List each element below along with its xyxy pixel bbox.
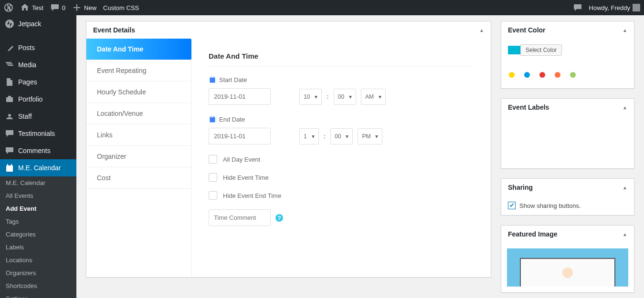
calendar-icon	[209, 115, 216, 123]
site-name[interactable]: Test	[20, 3, 43, 12]
tab-content: Date And Time Start Date 10▾ : 00▾	[191, 39, 491, 277]
end-ampm-select[interactable]: PM▾	[358, 128, 382, 144]
tab-repeat[interactable]: Event Repeating	[86, 60, 191, 82]
hideend-label: Hide Event End Time	[223, 192, 281, 199]
collapse-icon[interactable]: ▲	[479, 28, 484, 33]
event-details-header[interactable]: Event Details ▲	[86, 21, 491, 39]
avatar	[633, 4, 640, 11]
event-labels-box: Event Labels ▲	[501, 98, 634, 169]
submenu-allevents[interactable]: All Events	[0, 189, 76, 202]
tab-links[interactable]: Links	[86, 124, 191, 146]
submenu-mecalendar: M.E. Calendar All Events Add Event Tags …	[0, 176, 76, 298]
hidetime-checkbox[interactable]	[209, 173, 217, 182]
end-min-select[interactable]: 00▾	[330, 128, 353, 144]
menu-jetpack[interactable]: Jetpack	[0, 15, 76, 32]
submenu-addevent[interactable]: Add Event	[0, 202, 76, 215]
time-comment-input[interactable]	[209, 209, 271, 226]
submenu-labels[interactable]: Labels	[0, 241, 76, 254]
color-dot-blue[interactable]	[524, 72, 530, 78]
svg-point-0	[5, 20, 14, 28]
side-column: Event Color ▲ Select Color Event Labels	[501, 15, 634, 298]
menu-comments[interactable]: Comments	[0, 142, 76, 159]
color-presets	[501, 62, 634, 88]
end-date-input[interactable]	[209, 128, 271, 144]
menu-posts[interactable]: Posts	[0, 39, 76, 56]
datetime-heading: Date And Time	[209, 52, 474, 66]
color-dot-orange[interactable]	[555, 72, 560, 78]
show-sharing-label: Show sharing buttons.	[519, 202, 581, 209]
allday-label: All Day Event	[223, 156, 260, 163]
comments-link[interactable]: 0	[50, 3, 65, 12]
event-color-box: Event Color ▲ Select Color	[501, 21, 634, 89]
select-color-button[interactable]: Select Color	[520, 44, 562, 56]
notifications-icon[interactable]	[573, 3, 582, 12]
event-color-header[interactable]: Event Color ▲	[501, 21, 634, 39]
start-min-select[interactable]: 00▾	[334, 89, 356, 105]
menu-pages[interactable]: Pages	[0, 73, 76, 91]
end-hour-select[interactable]: 1▾	[299, 128, 319, 144]
main-column: Event Details ▲ Date And Time Event Repe…	[86, 15, 491, 298]
tab-hourly[interactable]: Hourly Schedule	[86, 82, 191, 103]
collapse-icon[interactable]: ▲	[623, 185, 627, 190]
allday-checkbox[interactable]	[209, 155, 217, 164]
menu-media[interactable]: Media	[0, 56, 76, 73]
submenu-settings[interactable]: Settings	[0, 292, 76, 298]
admin-sidebar: Jetpack Posts Media Pages Portfolio Staf…	[0, 15, 76, 298]
event-labels-header[interactable]: Event Labels ▲	[501, 99, 634, 116]
color-dot-green[interactable]	[570, 72, 576, 78]
collapse-icon[interactable]: ▲	[623, 232, 627, 237]
start-hour-select[interactable]: 10▾	[299, 89, 322, 105]
wp-logo[interactable]	[4, 3, 13, 12]
hidetime-label: Hide Event Time	[223, 174, 268, 181]
start-date-label: Start Date	[209, 76, 474, 83]
featured-image-preview[interactable]	[507, 248, 628, 287]
submenu-organizers[interactable]: Organizers	[0, 267, 76, 279]
menu-portfolio[interactable]: Portfolio	[0, 91, 76, 108]
submenu-locations[interactable]: Locations	[0, 254, 76, 267]
menu-testimonials[interactable]: Testimonials	[0, 125, 76, 142]
event-details-title: Event Details	[93, 26, 135, 34]
start-date-input[interactable]	[209, 88, 271, 105]
custom-css-link[interactable]: Custom CSS	[103, 4, 139, 11]
end-date-label: End Date	[209, 115, 474, 123]
submenu-categories[interactable]: Categories	[0, 228, 76, 241]
submenu-shortcodes[interactable]: Shortcodes	[0, 279, 76, 292]
new-link[interactable]: New	[72, 3, 96, 12]
details-tabs: Date And Time Event Repeating Hourly Sch…	[86, 39, 191, 277]
tab-datetime[interactable]: Date And Time	[86, 39, 191, 60]
color-swatch	[508, 46, 520, 54]
featured-image-header[interactable]: Featured Image ▲	[501, 226, 634, 243]
content-area: Event Details ▲ Date And Time Event Repe…	[76, 15, 644, 298]
howdy-user[interactable]: Howdy, Freddy	[589, 4, 640, 11]
tab-cost[interactable]: Cost	[86, 167, 191, 189]
submenu-tags[interactable]: Tags	[0, 215, 76, 228]
tab-location[interactable]: Location/Venue	[86, 103, 191, 124]
start-ampm-select[interactable]: AM▾	[361, 89, 386, 105]
collapse-icon[interactable]: ▲	[623, 105, 627, 110]
admin-bar: Test 0 New Custom CSS Howdy, Freddy	[0, 0, 644, 15]
menu-staff[interactable]: Staff	[0, 108, 76, 125]
hideend-checkbox[interactable]	[209, 191, 217, 200]
help-icon[interactable]: ?	[275, 214, 283, 222]
sharing-header[interactable]: Sharing ▲	[501, 179, 634, 196]
sharing-box: Sharing ▲ Show sharing buttons.	[501, 178, 634, 216]
collapse-icon[interactable]: ▲	[623, 28, 627, 33]
event-details-box: Event Details ▲ Date And Time Event Repe…	[86, 21, 491, 277]
color-dot-red[interactable]	[539, 72, 545, 78]
tab-organizer[interactable]: Organizer	[86, 146, 191, 167]
menu-mecalendar[interactable]: M.E. Calendar	[0, 159, 76, 176]
show-sharing-checkbox[interactable]	[508, 202, 516, 209]
submenu-mecalendar-main[interactable]: M.E. Calendar	[0, 176, 76, 189]
calendar-icon	[209, 76, 216, 83]
color-dot-yellow[interactable]	[509, 72, 515, 78]
featured-image-box: Featured Image ▲	[501, 225, 634, 293]
